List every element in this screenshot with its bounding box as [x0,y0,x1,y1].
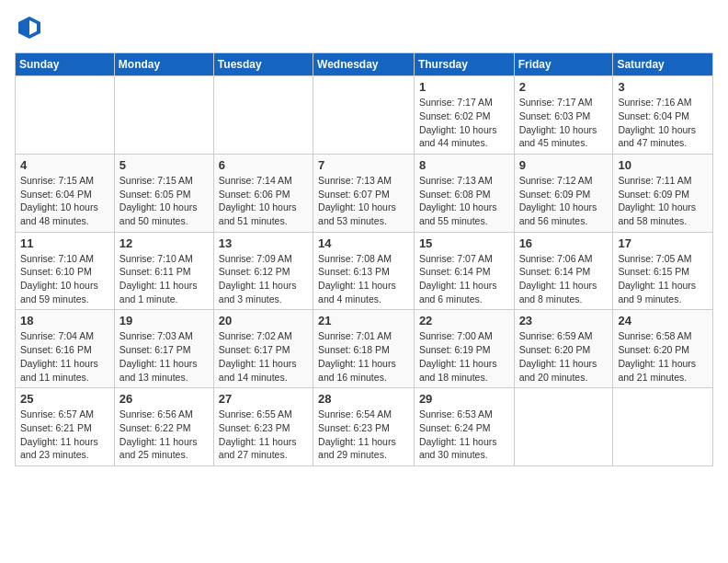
calendar-day-cell [16,76,115,155]
calendar-day-cell: 20Sunrise: 7:02 AM Sunset: 6:17 PM Dayli… [213,310,313,388]
day-detail: Sunrise: 6:59 AM Sunset: 6:20 PM Dayligh… [519,329,609,384]
weekday-header-cell: Monday [114,53,213,76]
page-header [15,15,713,45]
day-detail: Sunrise: 6:53 AM Sunset: 6:24 PM Dayligh… [419,408,509,462]
calendar-day-cell: 29Sunrise: 6:53 AM Sunset: 6:24 PM Dayli… [414,388,514,466]
day-detail: Sunrise: 7:06 AM Sunset: 6:14 PM Dayligh… [519,252,609,306]
day-number: 1 [419,80,509,94]
day-number: 27 [219,392,308,406]
day-number: 11 [20,236,109,250]
calendar-day-cell: 24Sunrise: 6:58 AM Sunset: 6:20 PM Dayli… [613,310,713,388]
day-number: 10 [618,158,708,172]
day-detail: Sunrise: 7:13 AM Sunset: 6:08 PM Dayligh… [419,174,509,228]
logo [15,15,42,45]
calendar-day-cell: 8Sunrise: 7:13 AM Sunset: 6:08 PM Daylig… [414,154,514,232]
calendar-day-cell: 21Sunrise: 7:01 AM Sunset: 6:18 PM Dayli… [313,310,415,388]
day-detail: Sunrise: 7:02 AM Sunset: 6:17 PM Dayligh… [219,329,308,384]
day-number: 7 [318,158,409,172]
day-detail: Sunrise: 7:15 AM Sunset: 6:04 PM Dayligh… [20,174,109,228]
day-detail: Sunrise: 7:15 AM Sunset: 6:05 PM Dayligh… [119,174,209,228]
day-number: 9 [519,158,609,172]
day-number: 17 [618,236,708,250]
day-number: 4 [20,158,109,172]
day-detail: Sunrise: 6:54 AM Sunset: 6:23 PM Dayligh… [318,408,409,462]
logo-icon [17,15,42,40]
calendar-day-cell: 18Sunrise: 7:04 AM Sunset: 6:16 PM Dayli… [16,310,115,388]
calendar-day-cell [313,76,415,155]
day-number: 24 [618,314,708,327]
day-number: 8 [419,158,509,172]
weekday-header-cell: Thursday [414,53,514,76]
calendar-day-cell: 14Sunrise: 7:08 AM Sunset: 6:13 PM Dayli… [313,232,415,310]
calendar-day-cell [613,388,713,466]
day-detail: Sunrise: 7:09 AM Sunset: 6:12 PM Dayligh… [219,252,308,306]
calendar-day-cell: 23Sunrise: 6:59 AM Sunset: 6:20 PM Dayli… [514,310,613,388]
calendar-day-cell: 5Sunrise: 7:15 AM Sunset: 6:05 PM Daylig… [114,154,213,232]
day-detail: Sunrise: 7:00 AM Sunset: 6:19 PM Dayligh… [419,329,509,384]
calendar-body: 1Sunrise: 7:17 AM Sunset: 6:02 PM Daylig… [16,76,713,466]
calendar-week-row: 18Sunrise: 7:04 AM Sunset: 6:16 PM Dayli… [16,310,713,388]
calendar-day-cell: 1Sunrise: 7:17 AM Sunset: 6:02 PM Daylig… [414,76,514,155]
day-number: 2 [519,80,609,94]
calendar-day-cell: 4Sunrise: 7:15 AM Sunset: 6:04 PM Daylig… [16,154,115,232]
day-detail: Sunrise: 7:08 AM Sunset: 6:13 PM Dayligh… [318,252,409,306]
day-number: 22 [419,314,509,327]
calendar-day-cell: 12Sunrise: 7:10 AM Sunset: 6:11 PM Dayli… [114,232,213,310]
calendar-week-row: 25Sunrise: 6:57 AM Sunset: 6:21 PM Dayli… [16,388,713,466]
day-detail: Sunrise: 7:03 AM Sunset: 6:17 PM Dayligh… [119,329,209,384]
day-detail: Sunrise: 7:14 AM Sunset: 6:06 PM Dayligh… [219,174,308,228]
calendar-day-cell: 15Sunrise: 7:07 AM Sunset: 6:14 PM Dayli… [414,232,514,310]
day-detail: Sunrise: 6:57 AM Sunset: 6:21 PM Dayligh… [20,408,109,462]
calendar-day-cell: 7Sunrise: 7:13 AM Sunset: 6:07 PM Daylig… [313,154,415,232]
day-detail: Sunrise: 6:56 AM Sunset: 6:22 PM Dayligh… [119,408,209,462]
calendar-day-cell: 10Sunrise: 7:11 AM Sunset: 6:09 PM Dayli… [613,154,713,232]
calendar-day-cell: 19Sunrise: 7:03 AM Sunset: 6:17 PM Dayli… [114,310,213,388]
weekday-header-cell: Wednesday [313,53,415,76]
calendar-day-cell: 13Sunrise: 7:09 AM Sunset: 6:12 PM Dayli… [213,232,313,310]
calendar-day-cell [514,388,613,466]
day-number: 21 [318,314,409,327]
weekday-header-row: SundayMondayTuesdayWednesdayThursdayFrid… [16,53,713,76]
calendar-week-row: 4Sunrise: 7:15 AM Sunset: 6:04 PM Daylig… [16,154,713,232]
calendar-week-row: 1Sunrise: 7:17 AM Sunset: 6:02 PM Daylig… [16,76,713,155]
calendar-day-cell: 25Sunrise: 6:57 AM Sunset: 6:21 PM Dayli… [16,388,115,466]
day-number: 16 [519,236,609,250]
calendar-week-row: 11Sunrise: 7:10 AM Sunset: 6:10 PM Dayli… [16,232,713,310]
calendar-day-cell: 6Sunrise: 7:14 AM Sunset: 6:06 PM Daylig… [213,154,313,232]
day-number: 6 [219,158,308,172]
calendar-day-cell [114,76,213,155]
weekday-header-cell: Tuesday [213,53,313,76]
calendar-day-cell: 27Sunrise: 6:55 AM Sunset: 6:23 PM Dayli… [213,388,313,466]
calendar-day-cell: 26Sunrise: 6:56 AM Sunset: 6:22 PM Dayli… [114,388,213,466]
day-number: 29 [419,392,509,406]
calendar-day-cell: 3Sunrise: 7:16 AM Sunset: 6:04 PM Daylig… [613,76,713,155]
calendar-day-cell: 11Sunrise: 7:10 AM Sunset: 6:10 PM Dayli… [16,232,115,310]
day-detail: Sunrise: 6:58 AM Sunset: 6:20 PM Dayligh… [618,329,708,384]
weekday-header-cell: Friday [514,53,613,76]
day-detail: Sunrise: 6:55 AM Sunset: 6:23 PM Dayligh… [219,408,308,462]
day-detail: Sunrise: 7:10 AM Sunset: 6:11 PM Dayligh… [119,252,209,306]
day-number: 26 [119,392,209,406]
day-detail: Sunrise: 7:16 AM Sunset: 6:04 PM Dayligh… [618,96,708,150]
day-number: 19 [119,314,209,327]
day-detail: Sunrise: 7:01 AM Sunset: 6:18 PM Dayligh… [318,329,409,384]
day-detail: Sunrise: 7:10 AM Sunset: 6:10 PM Dayligh… [20,252,109,306]
calendar-day-cell: 9Sunrise: 7:12 AM Sunset: 6:09 PM Daylig… [514,154,613,232]
day-detail: Sunrise: 7:12 AM Sunset: 6:09 PM Dayligh… [519,174,609,228]
calendar-day-cell: 2Sunrise: 7:17 AM Sunset: 6:03 PM Daylig… [514,76,613,155]
day-number: 23 [519,314,609,327]
day-detail: Sunrise: 7:05 AM Sunset: 6:15 PM Dayligh… [618,252,708,306]
calendar-day-cell: 16Sunrise: 7:06 AM Sunset: 6:14 PM Dayli… [514,232,613,310]
calendar-day-cell: 17Sunrise: 7:05 AM Sunset: 6:15 PM Dayli… [613,232,713,310]
calendar-day-cell: 22Sunrise: 7:00 AM Sunset: 6:19 PM Dayli… [414,310,514,388]
day-detail: Sunrise: 7:07 AM Sunset: 6:14 PM Dayligh… [419,252,509,306]
day-number: 13 [219,236,308,250]
day-number: 12 [119,236,209,250]
day-number: 15 [419,236,509,250]
calendar-table: SundayMondayTuesdayWednesdayThursdayFrid… [15,52,713,466]
day-number: 25 [20,392,109,406]
day-detail: Sunrise: 7:11 AM Sunset: 6:09 PM Dayligh… [618,174,708,228]
calendar-day-cell: 28Sunrise: 6:54 AM Sunset: 6:23 PM Dayli… [313,388,415,466]
day-number: 5 [119,158,209,172]
day-detail: Sunrise: 7:17 AM Sunset: 6:02 PM Dayligh… [419,96,509,150]
